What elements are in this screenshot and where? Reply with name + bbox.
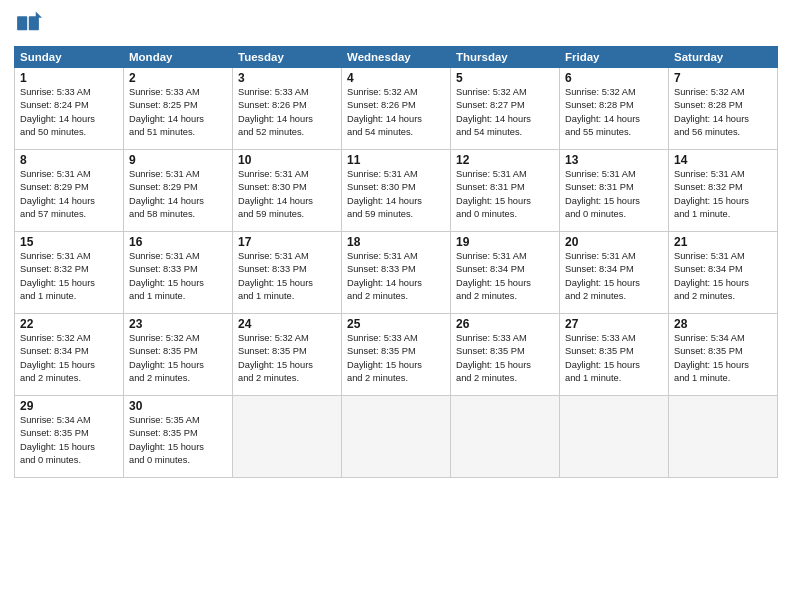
day-info: Sunrise: 5:32 AM Sunset: 8:35 PM Dayligh… [129, 332, 227, 386]
day-info: Sunrise: 5:33 AM Sunset: 8:35 PM Dayligh… [347, 332, 445, 386]
calendar-cell: 17Sunrise: 5:31 AM Sunset: 8:33 PM Dayli… [233, 232, 342, 314]
weekday-header-tuesday: Tuesday [233, 47, 342, 68]
calendar-cell: 28Sunrise: 5:34 AM Sunset: 8:35 PM Dayli… [669, 314, 778, 396]
calendar-cell: 3Sunrise: 5:33 AM Sunset: 8:26 PM Daylig… [233, 68, 342, 150]
day-info: Sunrise: 5:31 AM Sunset: 8:34 PM Dayligh… [456, 250, 554, 304]
day-info: Sunrise: 5:33 AM Sunset: 8:26 PM Dayligh… [238, 86, 336, 140]
day-number: 19 [456, 235, 554, 249]
calendar-cell [233, 396, 342, 478]
calendar-cell: 23Sunrise: 5:32 AM Sunset: 8:35 PM Dayli… [124, 314, 233, 396]
day-info: Sunrise: 5:32 AM Sunset: 8:35 PM Dayligh… [238, 332, 336, 386]
day-info: Sunrise: 5:31 AM Sunset: 8:32 PM Dayligh… [674, 168, 772, 222]
calendar-cell: 30Sunrise: 5:35 AM Sunset: 8:35 PM Dayli… [124, 396, 233, 478]
calendar-cell: 18Sunrise: 5:31 AM Sunset: 8:33 PM Dayli… [342, 232, 451, 314]
day-number: 18 [347, 235, 445, 249]
day-info: Sunrise: 5:31 AM Sunset: 8:34 PM Dayligh… [674, 250, 772, 304]
day-number: 23 [129, 317, 227, 331]
calendar-cell: 19Sunrise: 5:31 AM Sunset: 8:34 PM Dayli… [451, 232, 560, 314]
day-number: 8 [20, 153, 118, 167]
day-number: 7 [674, 71, 772, 85]
day-info: Sunrise: 5:31 AM Sunset: 8:33 PM Dayligh… [238, 250, 336, 304]
day-info: Sunrise: 5:31 AM Sunset: 8:34 PM Dayligh… [565, 250, 663, 304]
header [14, 10, 778, 38]
day-info: Sunrise: 5:31 AM Sunset: 8:33 PM Dayligh… [347, 250, 445, 304]
week-row-2: 8Sunrise: 5:31 AM Sunset: 8:29 PM Daylig… [15, 150, 778, 232]
week-row-3: 15Sunrise: 5:31 AM Sunset: 8:32 PM Dayli… [15, 232, 778, 314]
calendar-cell: 15Sunrise: 5:31 AM Sunset: 8:32 PM Dayli… [15, 232, 124, 314]
day-info: Sunrise: 5:31 AM Sunset: 8:33 PM Dayligh… [129, 250, 227, 304]
day-info: Sunrise: 5:31 AM Sunset: 8:31 PM Dayligh… [565, 168, 663, 222]
day-info: Sunrise: 5:33 AM Sunset: 8:25 PM Dayligh… [129, 86, 227, 140]
page: SundayMondayTuesdayWednesdayThursdayFrid… [0, 0, 792, 612]
day-number: 29 [20, 399, 118, 413]
day-info: Sunrise: 5:31 AM Sunset: 8:30 PM Dayligh… [238, 168, 336, 222]
calendar-cell: 13Sunrise: 5:31 AM Sunset: 8:31 PM Dayli… [560, 150, 669, 232]
day-info: Sunrise: 5:33 AM Sunset: 8:35 PM Dayligh… [456, 332, 554, 386]
day-info: Sunrise: 5:31 AM Sunset: 8:32 PM Dayligh… [20, 250, 118, 304]
weekday-header-thursday: Thursday [451, 47, 560, 68]
day-number: 12 [456, 153, 554, 167]
day-number: 24 [238, 317, 336, 331]
calendar-cell: 24Sunrise: 5:32 AM Sunset: 8:35 PM Dayli… [233, 314, 342, 396]
day-info: Sunrise: 5:32 AM Sunset: 8:28 PM Dayligh… [565, 86, 663, 140]
calendar-cell: 7Sunrise: 5:32 AM Sunset: 8:28 PM Daylig… [669, 68, 778, 150]
calendar-cell: 26Sunrise: 5:33 AM Sunset: 8:35 PM Dayli… [451, 314, 560, 396]
day-number: 9 [129, 153, 227, 167]
day-number: 3 [238, 71, 336, 85]
weekday-header-row: SundayMondayTuesdayWednesdayThursdayFrid… [15, 47, 778, 68]
svg-rect-1 [17, 16, 27, 30]
week-row-1: 1Sunrise: 5:33 AM Sunset: 8:24 PM Daylig… [15, 68, 778, 150]
weekday-header-sunday: Sunday [15, 47, 124, 68]
calendar-cell [560, 396, 669, 478]
calendar-cell: 9Sunrise: 5:31 AM Sunset: 8:29 PM Daylig… [124, 150, 233, 232]
calendar-cell: 10Sunrise: 5:31 AM Sunset: 8:30 PM Dayli… [233, 150, 342, 232]
day-number: 25 [347, 317, 445, 331]
day-number: 20 [565, 235, 663, 249]
day-number: 28 [674, 317, 772, 331]
day-info: Sunrise: 5:32 AM Sunset: 8:26 PM Dayligh… [347, 86, 445, 140]
weekday-header-friday: Friday [560, 47, 669, 68]
day-info: Sunrise: 5:33 AM Sunset: 8:24 PM Dayligh… [20, 86, 118, 140]
day-number: 6 [565, 71, 663, 85]
day-number: 15 [20, 235, 118, 249]
day-number: 17 [238, 235, 336, 249]
calendar-table: SundayMondayTuesdayWednesdayThursdayFrid… [14, 46, 778, 478]
day-number: 13 [565, 153, 663, 167]
day-number: 4 [347, 71, 445, 85]
weekday-header-wednesday: Wednesday [342, 47, 451, 68]
calendar-cell: 12Sunrise: 5:31 AM Sunset: 8:31 PM Dayli… [451, 150, 560, 232]
weekday-header-monday: Monday [124, 47, 233, 68]
calendar-cell: 16Sunrise: 5:31 AM Sunset: 8:33 PM Dayli… [124, 232, 233, 314]
day-info: Sunrise: 5:33 AM Sunset: 8:35 PM Dayligh… [565, 332, 663, 386]
calendar-cell: 2Sunrise: 5:33 AM Sunset: 8:25 PM Daylig… [124, 68, 233, 150]
day-info: Sunrise: 5:32 AM Sunset: 8:28 PM Dayligh… [674, 86, 772, 140]
weekday-header-saturday: Saturday [669, 47, 778, 68]
svg-rect-2 [29, 16, 39, 30]
logo-icon [14, 10, 42, 38]
calendar-cell: 21Sunrise: 5:31 AM Sunset: 8:34 PM Dayli… [669, 232, 778, 314]
calendar-cell: 29Sunrise: 5:34 AM Sunset: 8:35 PM Dayli… [15, 396, 124, 478]
day-number: 2 [129, 71, 227, 85]
day-number: 30 [129, 399, 227, 413]
day-info: Sunrise: 5:31 AM Sunset: 8:29 PM Dayligh… [20, 168, 118, 222]
day-number: 26 [456, 317, 554, 331]
calendar-cell: 11Sunrise: 5:31 AM Sunset: 8:30 PM Dayli… [342, 150, 451, 232]
logo [14, 10, 46, 38]
day-info: Sunrise: 5:31 AM Sunset: 8:29 PM Dayligh… [129, 168, 227, 222]
week-row-4: 22Sunrise: 5:32 AM Sunset: 8:34 PM Dayli… [15, 314, 778, 396]
calendar-cell: 27Sunrise: 5:33 AM Sunset: 8:35 PM Dayli… [560, 314, 669, 396]
calendar-cell: 22Sunrise: 5:32 AM Sunset: 8:34 PM Dayli… [15, 314, 124, 396]
calendar-cell: 4Sunrise: 5:32 AM Sunset: 8:26 PM Daylig… [342, 68, 451, 150]
calendar-cell: 6Sunrise: 5:32 AM Sunset: 8:28 PM Daylig… [560, 68, 669, 150]
calendar-cell: 1Sunrise: 5:33 AM Sunset: 8:24 PM Daylig… [15, 68, 124, 150]
day-info: Sunrise: 5:31 AM Sunset: 8:30 PM Dayligh… [347, 168, 445, 222]
day-number: 1 [20, 71, 118, 85]
week-row-5: 29Sunrise: 5:34 AM Sunset: 8:35 PM Dayli… [15, 396, 778, 478]
day-number: 10 [238, 153, 336, 167]
day-number: 27 [565, 317, 663, 331]
day-number: 11 [347, 153, 445, 167]
day-number: 16 [129, 235, 227, 249]
day-info: Sunrise: 5:31 AM Sunset: 8:31 PM Dayligh… [456, 168, 554, 222]
calendar-cell: 25Sunrise: 5:33 AM Sunset: 8:35 PM Dayli… [342, 314, 451, 396]
day-info: Sunrise: 5:35 AM Sunset: 8:35 PM Dayligh… [129, 414, 227, 468]
